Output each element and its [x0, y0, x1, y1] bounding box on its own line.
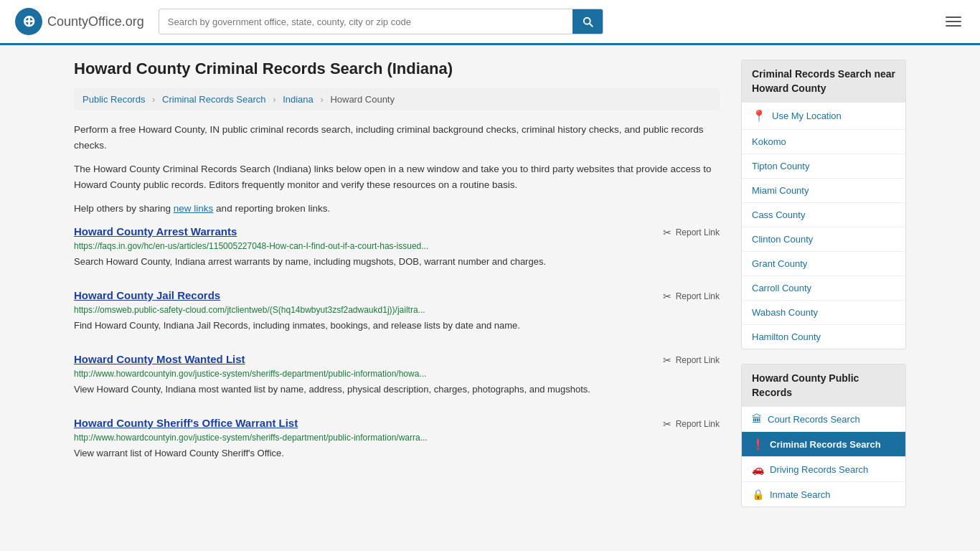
- breadcrumb-howard-county: Howard County: [330, 94, 395, 105]
- breadcrumb-sep3: ›: [320, 94, 323, 105]
- menu-icon-line2: [946, 21, 961, 22]
- result-item-header-1: Howard County Jail Records ✂ Report Link: [74, 289, 720, 302]
- search-button[interactable]: [573, 9, 603, 34]
- logo-org: .org: [122, 14, 144, 29]
- cass-link[interactable]: Cass County: [742, 203, 905, 227]
- nearby-item-clinton[interactable]: Clinton County: [742, 227, 905, 252]
- report-link-btn-1[interactable]: ✂ Report Link: [663, 291, 720, 302]
- report-link-btn-0[interactable]: ✂ Report Link: [663, 227, 720, 238]
- location-icon: 📍: [752, 109, 766, 123]
- report-link-btn-2[interactable]: ✂ Report Link: [663, 354, 720, 366]
- public-records-item-inmate[interactable]: 🔒 Inmate Search: [742, 482, 905, 507]
- result-item-header-2: Howard County Most Wanted List ✂ Report …: [74, 353, 720, 366]
- hamilton-link[interactable]: Hamilton County: [742, 325, 905, 349]
- content-area: Howard County Criminal Records Search (I…: [74, 60, 720, 522]
- menu-icon-line3: [946, 25, 961, 27]
- menu-button[interactable]: [941, 12, 966, 31]
- driving-records-icon: 🚗: [752, 463, 764, 475]
- result-title-0[interactable]: Howard County Arrest Warrants: [74, 225, 237, 237]
- kokomo-label: Kokomo: [752, 136, 786, 147]
- court-records-icon: 🏛: [752, 413, 762, 425]
- carroll-link[interactable]: Carroll County: [742, 276, 905, 300]
- description-2: The Howard County Criminal Records Searc…: [74, 161, 720, 192]
- kokomo-link[interactable]: Kokomo: [742, 130, 905, 154]
- results-list: Howard County Arrest Warrants ✂ Report L…: [74, 225, 720, 461]
- result-item-0: Howard County Arrest Warrants ✂ Report L…: [74, 225, 720, 269]
- result-desc-0: Search Howard County, Indiana arrest war…: [74, 255, 720, 269]
- criminal-records-icon: ❗: [752, 438, 764, 450]
- cass-label: Cass County: [752, 209, 805, 220]
- public-records-item-court[interactable]: 🏛 Court Records Search: [742, 407, 905, 432]
- miami-link[interactable]: Miami County: [742, 179, 905, 202]
- public-records-header: Howard County Public Records: [742, 364, 905, 407]
- nearby-item-miami[interactable]: Miami County: [742, 179, 905, 203]
- carroll-label: Carroll County: [752, 283, 811, 293]
- search-bar: [159, 9, 603, 34]
- use-location-label: Use My Location: [772, 110, 842, 121]
- result-title-2[interactable]: Howard County Most Wanted List: [74, 353, 245, 365]
- nearby-item-grant[interactable]: Grant County: [742, 252, 905, 276]
- public-records-item-driving[interactable]: 🚗 Driving Records Search: [742, 457, 905, 482]
- public-records-item-criminal[interactable]: ❗ Criminal Records Search: [742, 432, 905, 457]
- driving-records-label: Driving Records Search: [770, 464, 868, 475]
- logo-text: CountyOffice.org: [47, 14, 144, 29]
- nearby-list: 📍 Use My Location Kokomo Tipton County: [742, 103, 905, 349]
- breadcrumb-sep2: ›: [273, 94, 275, 105]
- tipton-link[interactable]: Tipton County: [742, 154, 905, 178]
- report-link-btn-3[interactable]: ✂ Report Link: [663, 418, 720, 430]
- search-icon: [581, 15, 594, 28]
- nearby-item-tipton[interactable]: Tipton County: [742, 154, 905, 179]
- result-item-header-0: Howard County Arrest Warrants ✂ Report L…: [74, 225, 720, 238]
- desc3-suffix: and reporting broken links.: [213, 203, 330, 214]
- new-links-link[interactable]: new links: [174, 203, 214, 214]
- hamilton-label: Hamilton County: [752, 331, 821, 342]
- result-title-1[interactable]: Howard County Jail Records: [74, 289, 220, 301]
- sidebar: Criminal Records Search near Howard Coun…: [741, 60, 906, 522]
- report-link-icon-3: ✂: [663, 418, 672, 430]
- report-link-label-1: Report Link: [676, 291, 720, 301]
- nearby-header: Criminal Records Search near Howard Coun…: [742, 60, 905, 103]
- inmate-search-label: Inmate Search: [770, 489, 831, 500]
- logo[interactable]: ⊕ CountyOffice.org: [14, 7, 144, 36]
- court-records-link[interactable]: 🏛 Court Records Search: [742, 407, 905, 431]
- breadcrumb-public-records[interactable]: Public Records: [83, 94, 145, 105]
- report-link-label-3: Report Link: [676, 419, 720, 429]
- breadcrumb: Public Records › Criminal Records Search…: [74, 88, 720, 110]
- description-3: Help others by sharing new links and rep…: [74, 201, 720, 217]
- tipton-label: Tipton County: [752, 161, 809, 171]
- criminal-records-link[interactable]: ❗ Criminal Records Search: [742, 432, 905, 456]
- search-input[interactable]: [159, 11, 573, 33]
- grant-label: Grant County: [752, 258, 807, 269]
- breadcrumb-sep1: ›: [152, 94, 155, 105]
- breadcrumb-criminal-records[interactable]: Criminal Records Search: [162, 94, 266, 105]
- result-url-3: http://www.howardcountyin.gov/justice-sy…: [74, 433, 720, 443]
- report-link-icon-1: ✂: [663, 291, 672, 302]
- nearby-item-kokomo[interactable]: Kokomo: [742, 130, 905, 154]
- inmate-search-link[interactable]: 🔒 Inmate Search: [742, 482, 905, 507]
- page-title: Howard County Criminal Records Search (I…: [74, 60, 720, 78]
- wabash-link[interactable]: Wabash County: [742, 301, 905, 324]
- nearby-item-hamilton[interactable]: Hamilton County: [742, 325, 905, 349]
- main-layout: Howard County Criminal Records Search (I…: [60, 45, 920, 536]
- result-item-1: Howard County Jail Records ✂ Report Link…: [74, 289, 720, 333]
- nearby-item-cass[interactable]: Cass County: [742, 203, 905, 227]
- result-desc-1: Find Howard County, Indiana Jail Records…: [74, 319, 720, 333]
- result-title-3[interactable]: Howard County Sheriff's Office Warrant L…: [74, 417, 298, 429]
- report-link-icon-2: ✂: [663, 354, 672, 366]
- result-url-2: http://www.howardcountyin.gov/justice-sy…: [74, 369, 720, 379]
- use-location-link[interactable]: 📍 Use My Location: [742, 103, 905, 129]
- breadcrumb-indiana[interactable]: Indiana: [283, 94, 314, 105]
- nearby-item-carroll[interactable]: Carroll County: [742, 276, 905, 301]
- result-item-2: Howard County Most Wanted List ✂ Report …: [74, 353, 720, 397]
- desc3-prefix: Help others by sharing: [74, 203, 174, 214]
- description-1: Perform a free Howard County, IN public …: [74, 122, 720, 153]
- result-url-1: https://omsweb.public-safety-cloud.com/j…: [74, 305, 720, 315]
- clinton-link[interactable]: Clinton County: [742, 227, 905, 251]
- nearby-item-use-location[interactable]: 📍 Use My Location: [742, 103, 905, 130]
- nearby-item-wabash[interactable]: Wabash County: [742, 301, 905, 325]
- wabash-label: Wabash County: [752, 307, 818, 318]
- driving-records-link[interactable]: 🚗 Driving Records Search: [742, 457, 905, 481]
- result-item-3: Howard County Sheriff's Office Warrant L…: [74, 417, 720, 461]
- grant-link[interactable]: Grant County: [742, 252, 905, 276]
- report-link-label-2: Report Link: [676, 355, 720, 365]
